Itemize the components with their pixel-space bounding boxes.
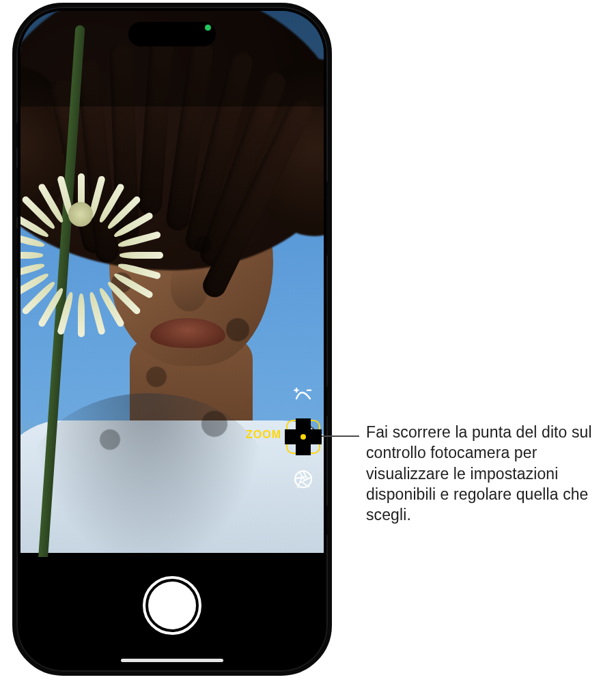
side-button bbox=[326, 181, 330, 256]
ring-silent-switch bbox=[14, 123, 18, 149]
camera-control-aperture-icon[interactable] bbox=[288, 464, 318, 494]
shutter-button[interactable] bbox=[143, 576, 201, 635]
camera-viewfinder[interactable]: ZOOM bbox=[20, 11, 324, 557]
camera-control-exposure-icon[interactable] bbox=[288, 380, 318, 410]
camera-control-button-bottom[interactable] bbox=[326, 505, 330, 535]
volume-down-button bbox=[14, 228, 18, 278]
iphone-device-frame: ZOOM bbox=[12, 3, 332, 676]
dynamic-island bbox=[128, 22, 216, 46]
camera-control-settings-rail[interactable] bbox=[285, 380, 321, 494]
callout-text: Fai scorrere la punta del dito sul contr… bbox=[366, 422, 606, 526]
svg-rect-2 bbox=[307, 390, 311, 391]
screen: ZOOM bbox=[20, 11, 324, 668]
svg-rect-1 bbox=[294, 390, 298, 391]
callout-leader-line bbox=[316, 435, 359, 437]
svg-point-3 bbox=[295, 471, 311, 487]
volume-up-button bbox=[14, 167, 18, 218]
camera-control-button-top[interactable] bbox=[326, 386, 330, 416]
photo-flower-bloom bbox=[20, 154, 143, 277]
camera-in-use-indicator-icon bbox=[205, 25, 211, 31]
shutter-button-inner bbox=[148, 582, 196, 629]
camera-bottom-bar bbox=[20, 553, 324, 668]
camera-control-zoom-icon[interactable] bbox=[288, 422, 318, 452]
home-indicator[interactable] bbox=[121, 659, 223, 662]
camera-control-selected-label: ZOOM bbox=[246, 429, 281, 441]
